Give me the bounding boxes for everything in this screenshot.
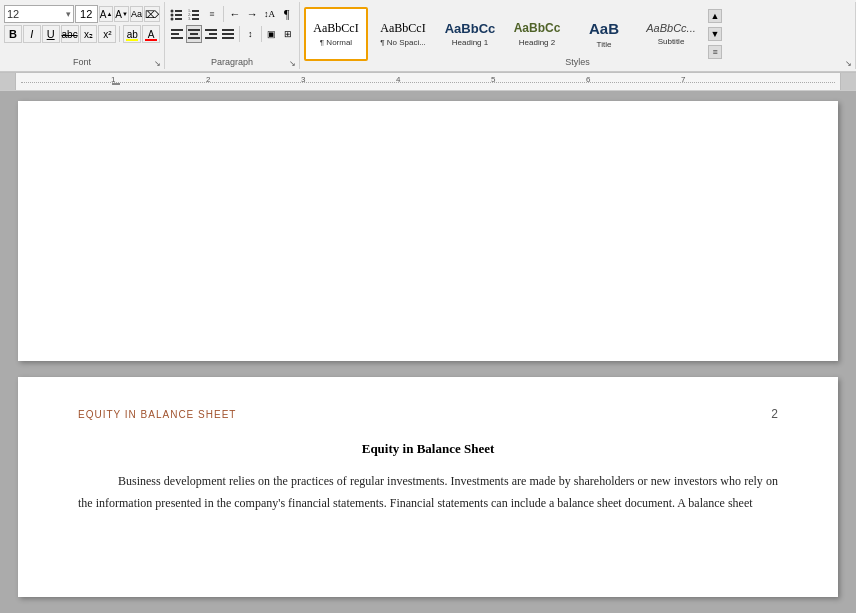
ruler-left-margin [0,73,16,90]
clear-format-button[interactable]: ⌦ [144,6,160,22]
svg-rect-20 [205,37,217,39]
increase-indent-button[interactable]: → [244,5,260,23]
separator [261,26,262,42]
styles-label: Styles [300,57,855,67]
multilevel-list-button[interactable]: ≡ [204,5,220,23]
align-left-icon [170,27,184,41]
ruler-mark-4: 4 [396,75,400,84]
svg-rect-12 [171,29,183,31]
align-right-button[interactable] [203,25,219,43]
paragraph-label: Paragraph [165,57,299,67]
svg-rect-7 [192,10,199,12]
shading-button[interactable]: ▣ [264,25,279,43]
borders-button[interactable]: ⊞ [280,25,295,43]
sort-button[interactable]: ↕A [261,5,277,23]
align-center-icon [187,27,201,41]
svg-rect-15 [188,29,200,31]
svg-rect-21 [222,29,234,31]
document-area: EQUITY IN BALANCE SHEET 2 Equity in Bala… [0,91,856,612]
font-color-button[interactable]: A [142,25,160,43]
style-normal-label: ¶ Normal [320,38,352,47]
ruler-ticks: 1 2 3 4 5 6 7 [16,73,840,90]
style-subtitle-preview: AaBbCc... [646,22,696,35]
style-no-spacing-label: ¶ No Spaci... [380,38,426,47]
styles-expand-arrow[interactable]: ↘ [845,59,852,68]
font-row2: B I U abc x₂ x² ab A [4,25,160,43]
svg-point-0 [171,10,174,13]
para-row1: 1. 2. 3. ≡ ← → ↕A ¶ [169,5,295,23]
superscript-button[interactable]: x² [98,25,116,43]
ruler-right-margin [840,73,856,90]
font-shrink-button[interactable]: A▼ [114,6,129,22]
ruler-mark-3: 3 [301,75,305,84]
para-row2: ↕ ▣ ⊞ [169,25,295,43]
ruler-mark-5: 5 [491,75,495,84]
bullets-icon [170,7,184,21]
align-right-icon [204,27,218,41]
svg-rect-3 [175,14,182,16]
paragraph-1: Business development relies on the pract… [78,471,778,514]
align-left-button[interactable] [169,25,185,43]
style-heading1[interactable]: AaBbCc Heading 1 [438,7,502,61]
bold-button[interactable]: B [4,25,22,43]
justify-icon [221,27,235,41]
style-subtitle[interactable]: AaBbCc... Subtitle [639,7,703,61]
font-expand-arrow[interactable]: ↘ [154,59,161,68]
svg-rect-13 [171,33,179,35]
font-name-value: 12 [7,8,19,20]
paragraph-group: 1. 2. 3. ≡ ← → ↕A ¶ [165,2,300,69]
subscript-button[interactable]: x₂ [80,25,98,43]
style-no-spacing-preview: AaBbCcI [380,21,425,35]
styles-scroll: ▲ ▼ ≡ [708,9,722,59]
font-name-dropdown-arrow[interactable]: ▾ [66,9,71,19]
svg-rect-22 [222,33,234,35]
svg-text:3.: 3. [188,16,191,21]
bullets-button[interactable] [169,5,185,23]
style-title[interactable]: AaB Title [572,7,636,61]
font-label: Font [0,57,164,67]
font-size-value: 12 [80,8,92,20]
italic-button[interactable]: I [23,25,41,43]
svg-rect-17 [188,37,200,39]
line-spacing-button[interactable]: ↕ [243,25,258,43]
align-center-button[interactable] [186,25,202,43]
page-header: EQUITY IN BALANCE SHEET 2 [78,407,778,421]
page-2: EQUITY IN BALANCE SHEET 2 Equity in Bala… [18,377,838,597]
highlight-color-bar [126,39,138,41]
text-highlight-button[interactable]: ab [123,25,141,43]
svg-rect-18 [205,29,217,31]
style-heading2-label: Heading 2 [519,38,555,47]
style-no-spacing[interactable]: AaBbCcI ¶ No Spaci... [371,7,435,61]
svg-rect-5 [175,18,182,20]
styles-scroll-down[interactable]: ▼ [708,27,722,41]
style-normal-preview: AaBbCcI [313,21,358,35]
font-name-box[interactable]: 12 ▾ [4,5,74,23]
paragraph-expand-arrow[interactable]: ↘ [289,59,296,68]
separator [119,26,120,42]
numbering-button[interactable]: 1. 2. 3. [186,5,202,23]
font-group: 12 ▾ 12 A▲ A▼ Aa ⌦ B I U abc x₂ x² [0,2,165,69]
ribbon: 12 ▾ 12 A▲ A▼ Aa ⌦ B I U abc x₂ x² [0,0,856,73]
style-title-preview: AaB [589,20,619,38]
style-normal[interactable]: AaBbCcI ¶ Normal [304,7,368,61]
svg-rect-1 [175,10,182,12]
underline-button[interactable]: U [42,25,60,43]
decrease-indent-button[interactable]: ← [227,5,243,23]
change-case-button[interactable]: Aa [130,6,143,22]
page-1 [18,101,838,361]
styles-scroll-up[interactable]: ▲ [708,9,722,23]
font-grow-button[interactable]: A▲ [99,6,114,22]
separator [239,26,240,42]
ruler-mark-1: 1 [111,75,115,84]
styles-row: AaBbCcI ¶ Normal AaBbCcI ¶ No Spaci... A… [304,7,851,61]
style-heading2[interactable]: AaBbCc Heading 2 [505,7,569,61]
show-hide-button[interactable]: ¶ [279,5,295,23]
numbering-icon: 1. 2. 3. [187,7,201,21]
document-body: Business development relies on the pract… [78,471,778,514]
style-heading1-label: Heading 1 [452,38,488,47]
svg-rect-16 [190,33,198,35]
font-size-box[interactable]: 12 [75,5,98,23]
justify-button[interactable] [220,25,236,43]
strikethrough-button[interactable]: abc [61,25,79,43]
shading-icon: ▣ [267,29,276,39]
